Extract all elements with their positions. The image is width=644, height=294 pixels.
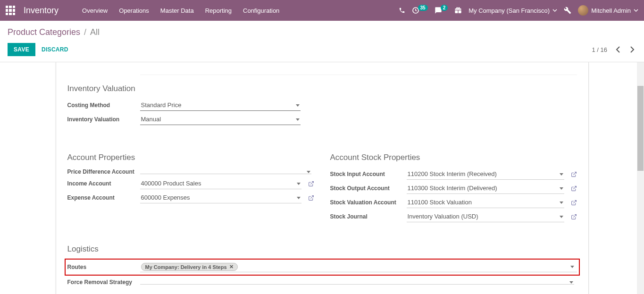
activity-badge: 35 — [418, 5, 428, 11]
avatar — [578, 5, 588, 16]
inventory-valuation-label: Inventory Valuation — [67, 116, 140, 123]
price-diff-label: Price Difference Account — [67, 168, 140, 175]
nav-overview[interactable]: Overview — [77, 4, 112, 17]
nav-operations[interactable]: Operations — [114, 4, 154, 17]
main-nav: Overview Operations Master Data Reportin… — [77, 4, 284, 17]
top-bar: Inventory Overview Operations Master Dat… — [0, 0, 644, 21]
phone-icon[interactable] — [399, 7, 405, 14]
scrollbar-thumb[interactable] — [637, 86, 644, 171]
external-link-icon[interactable] — [571, 200, 577, 206]
nav-configuration[interactable]: Configuration — [238, 4, 284, 17]
costing-method-label: Costing Method — [67, 102, 140, 109]
gift-icon[interactable] — [454, 7, 462, 14]
stock-valuation-account[interactable]: 110100 Stock Valuation — [407, 197, 564, 208]
pager-next-icon[interactable] — [628, 46, 636, 53]
stock-journal-label: Stock Journal — [330, 213, 407, 220]
pager-text[interactable]: 1 / 16 — [592, 46, 607, 53]
external-link-icon[interactable] — [571, 185, 577, 192]
nav-reporting[interactable]: Reporting — [201, 4, 236, 17]
debug-icon[interactable] — [564, 7, 571, 14]
save-button[interactable]: SAVE — [8, 43, 35, 56]
stock-output-label: Stock Output Account — [330, 185, 407, 192]
pager: 1 / 16 — [592, 46, 636, 53]
scrollbar-track[interactable] — [637, 62, 644, 294]
apps-icon[interactable] — [6, 6, 15, 15]
routes-highlight: Routes My Company: Delivery in 4 Steps ✕ — [65, 259, 580, 276]
costing-method-select[interactable]: Standard Price — [140, 100, 301, 111]
expense-account-input[interactable]: 600000 Expenses — [140, 192, 301, 203]
partial-input[interactable] — [140, 68, 577, 75]
section-account-properties: Account Properties — [67, 153, 314, 162]
force-removal-label: Force Removal Strategy — [67, 279, 140, 286]
breadcrumb-separator: / — [84, 27, 86, 37]
tag-remove-icon[interactable]: ✕ — [229, 264, 234, 270]
chat-icon[interactable]: 2 — [435, 7, 448, 14]
section-inventory-valuation: Inventory Valuation — [67, 84, 577, 93]
stock-input-account[interactable]: 110200 Stock Interim (Received) — [407, 168, 564, 180]
expense-account-label: Expense Account — [67, 194, 140, 201]
stock-output-account[interactable]: 110300 Stock Interim (Delivered) — [407, 183, 564, 194]
stock-journal-input[interactable]: Inventory Valuation (USD) — [407, 211, 564, 222]
discard-button[interactable]: DISCARD — [35, 43, 75, 56]
topbar-right: 35 2 My Company (San Francisco) Mitchell… — [399, 5, 638, 16]
breadcrumb-current: All — [90, 27, 100, 37]
section-logistics: Logistics — [67, 244, 577, 254]
inventory-valuation-select[interactable]: Manual — [140, 114, 301, 125]
stock-input-label: Stock Input Account — [330, 171, 407, 177]
income-account-label: Income Account — [67, 180, 140, 187]
route-tag[interactable]: My Company: Delivery in 4 Steps ✕ — [141, 263, 238, 271]
pager-prev-icon[interactable] — [614, 46, 622, 53]
routes-label: Routes — [67, 264, 140, 270]
app-brand[interactable]: Inventory — [24, 6, 59, 16]
content-area: Inventory Valuation Costing Method Stand… — [0, 62, 644, 294]
routes-input[interactable]: My Company: Delivery in 4 Steps ✕ — [140, 262, 577, 272]
stock-valuation-label: Stock Valuation Account — [330, 199, 407, 206]
company-selector[interactable]: My Company (San Francisco) — [468, 7, 557, 14]
user-name: Mitchell Admin — [591, 7, 631, 14]
external-link-icon[interactable] — [308, 181, 314, 187]
chevron-down-icon[interactable] — [570, 266, 574, 268]
section-account-stock: Account Stock Properties — [330, 153, 577, 162]
company-name: My Company (San Francisco) — [468, 7, 550, 14]
activity-icon[interactable]: 35 — [412, 7, 428, 14]
chat-badge: 2 — [441, 5, 448, 11]
user-menu[interactable]: Mitchell Admin — [578, 5, 638, 16]
breadcrumb: Product Categories / All — [0, 21, 644, 40]
form-sheet: Inventory Valuation Costing Method Stand… — [56, 62, 589, 294]
action-bar: SAVE DISCARD 1 / 16 — [0, 40, 644, 62]
income-account-input[interactable]: 400000 Product Sales — [140, 178, 301, 189]
force-removal-input[interactable] — [140, 280, 574, 285]
breadcrumb-parent[interactable]: Product Categories — [8, 27, 80, 37]
price-diff-input[interactable] — [140, 170, 311, 174]
external-link-icon[interactable] — [571, 171, 577, 177]
nav-master-data[interactable]: Master Data — [156, 4, 199, 17]
route-tag-label: My Company: Delivery in 4 Steps — [145, 264, 227, 270]
external-link-icon[interactable] — [571, 214, 577, 220]
external-link-icon[interactable] — [308, 195, 314, 201]
